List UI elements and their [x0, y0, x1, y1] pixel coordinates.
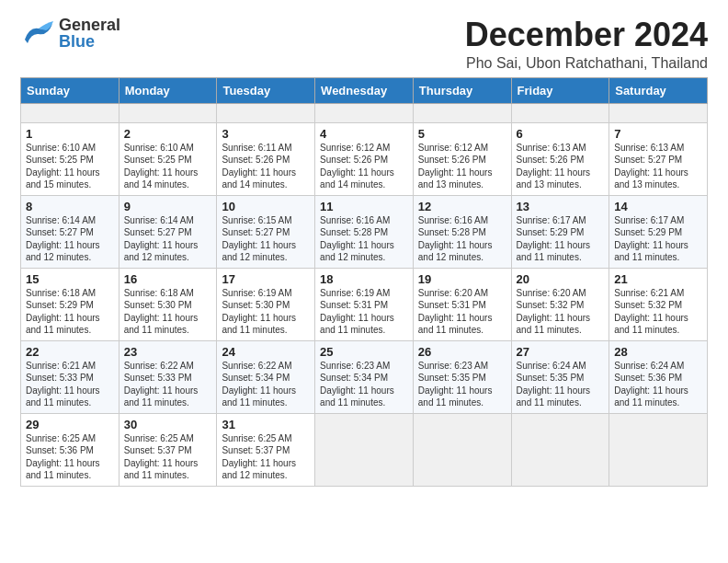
calendar-cell: 25 Sunrise: 6:23 AM Sunset: 5:34 PM Dayl…: [315, 340, 414, 413]
day-number: 4: [320, 127, 408, 141]
day-number: 27: [517, 345, 605, 359]
day-number: 14: [614, 200, 702, 213]
calendar-cell: 26 Sunrise: 6:23 AM Sunset: 5:35 PM Dayl…: [413, 340, 511, 413]
calendar-cell: 31 Sunrise: 6:25 AM Sunset: 5:37 PM Dayl…: [217, 413, 315, 486]
day-info: Sunrise: 6:16 AM Sunset: 5:28 PM Dayligh…: [320, 215, 394, 263]
day-info: Sunrise: 6:12 AM Sunset: 5:26 PM Dayligh…: [320, 143, 394, 190]
day-info: Sunrise: 6:10 AM Sunset: 5:25 PM Dayligh…: [26, 143, 100, 190]
day-info: Sunrise: 6:21 AM Sunset: 5:32 PM Dayligh…: [614, 288, 688, 336]
day-number: 29: [26, 418, 114, 431]
calendar-week-row: 1 Sunrise: 6:10 AM Sunset: 5:25 PM Dayli…: [21, 122, 708, 195]
day-number: 22: [26, 345, 114, 359]
day-number: 17: [222, 272, 310, 286]
calendar-cell: [609, 413, 708, 486]
day-info: Sunrise: 6:16 AM Sunset: 5:28 PM Dayligh…: [418, 215, 493, 263]
calendar-cell: 8 Sunrise: 6:14 AM Sunset: 5:27 PM Dayli…: [21, 195, 119, 268]
day-info: Sunrise: 6:12 AM Sunset: 5:26 PM Dayligh…: [418, 143, 493, 190]
calendar-cell: 28 Sunrise: 6:24 AM Sunset: 5:36 PM Dayl…: [609, 340, 708, 413]
calendar-cell: 17 Sunrise: 6:19 AM Sunset: 5:30 PM Dayl…: [217, 268, 315, 340]
calendar-subtitle: Pho Sai, Ubon Ratchathani, Thailand: [465, 55, 708, 72]
day-number: 25: [320, 345, 408, 359]
day-number: 16: [124, 272, 212, 286]
calendar-cell: 11 Sunrise: 6:16 AM Sunset: 5:28 PM Dayl…: [315, 195, 414, 268]
calendar-cell: 14 Sunrise: 6:17 AM Sunset: 5:29 PM Dayl…: [609, 195, 708, 268]
calendar-cell: 3 Sunrise: 6:11 AM Sunset: 5:26 PM Dayli…: [217, 122, 315, 195]
day-info: Sunrise: 6:22 AM Sunset: 5:34 PM Dayligh…: [222, 361, 296, 408]
day-number: 15: [26, 272, 114, 286]
calendar-cell: [413, 103, 511, 122]
day-info: Sunrise: 6:19 AM Sunset: 5:30 PM Dayligh…: [222, 288, 296, 336]
col-tuesday: Tuesday: [217, 77, 315, 103]
day-number: 21: [614, 272, 702, 286]
logo-general-text: General: [59, 16, 120, 34]
calendar-cell: 22 Sunrise: 6:21 AM Sunset: 5:33 PM Dayl…: [21, 340, 119, 413]
calendar-cell: 2 Sunrise: 6:10 AM Sunset: 5:25 PM Dayli…: [119, 122, 217, 195]
calendar-cell: [511, 103, 609, 122]
day-info: Sunrise: 6:18 AM Sunset: 5:30 PM Dayligh…: [124, 288, 199, 336]
day-info: Sunrise: 6:25 AM Sunset: 5:37 PM Dayligh…: [222, 433, 296, 481]
day-info: Sunrise: 6:13 AM Sunset: 5:26 PM Dayligh…: [517, 143, 591, 190]
calendar-cell: 4 Sunrise: 6:12 AM Sunset: 5:26 PM Dayli…: [315, 122, 414, 195]
day-number: 24: [222, 345, 310, 359]
day-info: Sunrise: 6:25 AM Sunset: 5:36 PM Dayligh…: [26, 433, 100, 481]
day-number: 20: [517, 272, 605, 286]
col-thursday: Thursday: [413, 77, 511, 103]
day-number: 23: [124, 345, 212, 359]
day-number: 28: [614, 345, 702, 359]
calendar-cell: 30 Sunrise: 6:25 AM Sunset: 5:37 PM Dayl…: [119, 413, 217, 486]
calendar-cell: 5 Sunrise: 6:12 AM Sunset: 5:26 PM Dayli…: [413, 122, 511, 195]
day-number: 11: [320, 200, 408, 213]
logo-bird-icon: [20, 19, 55, 47]
col-friday: Friday: [511, 77, 609, 103]
calendar-cell: 18 Sunrise: 6:19 AM Sunset: 5:31 PM Dayl…: [315, 268, 414, 340]
day-number: 12: [418, 200, 506, 213]
day-info: Sunrise: 6:11 AM Sunset: 5:26 PM Dayligh…: [222, 143, 296, 190]
calendar-cell: 20 Sunrise: 6:20 AM Sunset: 5:32 PM Dayl…: [511, 268, 609, 340]
day-number: 8: [26, 200, 114, 213]
day-number: 5: [418, 127, 506, 141]
day-info: Sunrise: 6:14 AM Sunset: 5:27 PM Dayligh…: [26, 215, 100, 263]
day-info: Sunrise: 6:17 AM Sunset: 5:29 PM Dayligh…: [614, 215, 688, 263]
day-number: 1: [26, 127, 114, 141]
calendar-cell: [217, 103, 315, 122]
day-number: 26: [418, 345, 506, 359]
calendar-cell: [315, 413, 414, 486]
calendar-header-row: Sunday Monday Tuesday Wednesday Thursday…: [21, 77, 708, 103]
day-number: 7: [614, 127, 702, 141]
calendar-cell: 29 Sunrise: 6:25 AM Sunset: 5:36 PM Dayl…: [21, 413, 119, 486]
day-number: 19: [418, 272, 506, 286]
calendar-cell: [609, 103, 708, 122]
calendar-week-row: 22 Sunrise: 6:21 AM Sunset: 5:33 PM Dayl…: [21, 340, 708, 413]
day-number: 13: [517, 200, 605, 213]
calendar-week-row: [21, 103, 708, 122]
logo-blue-text: Blue: [59, 32, 95, 51]
calendar-title: December 2024: [465, 17, 708, 53]
col-sunday: Sunday: [21, 77, 119, 103]
col-saturday: Saturday: [609, 77, 708, 103]
calendar-cell: 9 Sunrise: 6:14 AM Sunset: 5:27 PM Dayli…: [119, 195, 217, 268]
day-number: 30: [124, 418, 212, 431]
day-number: 2: [124, 127, 212, 141]
day-info: Sunrise: 6:14 AM Sunset: 5:27 PM Dayligh…: [124, 215, 199, 263]
day-info: Sunrise: 6:23 AM Sunset: 5:34 PM Dayligh…: [320, 361, 394, 408]
col-wednesday: Wednesday: [315, 77, 414, 103]
calendar-week-row: 8 Sunrise: 6:14 AM Sunset: 5:27 PM Dayli…: [21, 195, 708, 268]
day-number: 10: [222, 200, 310, 213]
day-info: Sunrise: 6:18 AM Sunset: 5:29 PM Dayligh…: [26, 288, 100, 336]
calendar-cell: 13 Sunrise: 6:17 AM Sunset: 5:29 PM Dayl…: [511, 195, 609, 268]
calendar-cell: 12 Sunrise: 6:16 AM Sunset: 5:28 PM Dayl…: [413, 195, 511, 268]
calendar-cell: 24 Sunrise: 6:22 AM Sunset: 5:34 PM Dayl…: [217, 340, 315, 413]
calendar-cell: 10 Sunrise: 6:15 AM Sunset: 5:27 PM Dayl…: [217, 195, 315, 268]
logo: General Blue: [20, 17, 120, 50]
day-info: Sunrise: 6:22 AM Sunset: 5:33 PM Dayligh…: [124, 361, 199, 408]
day-number: 18: [320, 272, 408, 286]
day-info: Sunrise: 6:24 AM Sunset: 5:35 PM Dayligh…: [517, 361, 591, 408]
calendar-cell: 16 Sunrise: 6:18 AM Sunset: 5:30 PM Dayl…: [119, 268, 217, 340]
day-number: 9: [124, 200, 212, 213]
day-info: Sunrise: 6:17 AM Sunset: 5:29 PM Dayligh…: [517, 215, 591, 263]
day-info: Sunrise: 6:25 AM Sunset: 5:37 PM Dayligh…: [124, 433, 199, 481]
calendar-cell: 21 Sunrise: 6:21 AM Sunset: 5:32 PM Dayl…: [609, 268, 708, 340]
day-info: Sunrise: 6:24 AM Sunset: 5:36 PM Dayligh…: [614, 361, 688, 408]
day-number: 6: [517, 127, 605, 141]
day-info: Sunrise: 6:20 AM Sunset: 5:31 PM Dayligh…: [418, 288, 493, 336]
